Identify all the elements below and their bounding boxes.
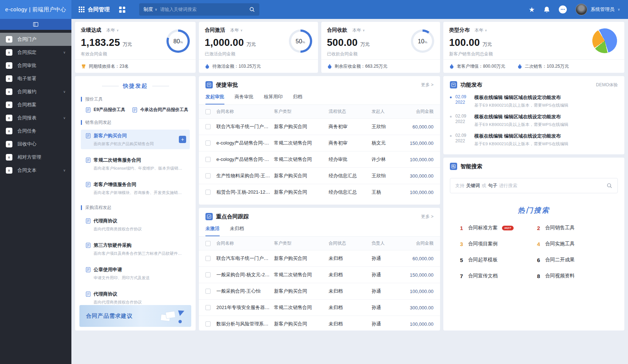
demo-link[interactable]: DEMO体验 (596, 82, 618, 88)
hot-rank: 2 (537, 225, 541, 231)
table-row[interactable]: 数据分析与风险管理系统项目采购合同新客户购买合同未归档孙通100,000.00 (199, 316, 440, 331)
tab-0[interactable]: 发起审批 (205, 94, 224, 104)
quick-tool-link[interactable]: 今承达合同产品报价工具 (132, 107, 188, 113)
hot-search-item[interactable]: 2合同销售工具 (537, 225, 614, 231)
suggestion-banner[interactable]: 合同产品需求建议 (79, 305, 191, 327)
release-item[interactable]: 02.092022模板在线编辑 编辑区域在线设定功能发布基于E9 KB90021… (443, 114, 624, 127)
kpi-title: 合同激活 (205, 27, 225, 33)
period-select[interactable]: 本年∨ (230, 27, 243, 33)
release-item[interactable]: 02.092022模板在线编辑 编辑区域在线设定功能发布基于E9 KB90021… (443, 133, 624, 147)
person: 许少林 (372, 156, 400, 163)
table-row[interactable]: 联合汽车电子统一门户平台购买合同新客户购买合同未归档孙通60,000.00 (199, 250, 440, 266)
period-select[interactable]: 本年∨ (353, 27, 365, 33)
tab-1[interactable]: 未归档 (230, 225, 244, 236)
kpi-card-type-distribution: 类型分布 本年∨ 100.00万元 新客户销售合同总金额 老客户增值：800.0… (443, 22, 624, 73)
hot-search-item[interactable]: 7合同宣传文档 (459, 273, 537, 279)
row-checkbox[interactable] (205, 141, 211, 146)
quick-launch-item[interactable]: 常规二次销售服务合同面向老客户license续约、年度维护、版本升级销售服务合同 (81, 154, 190, 174)
table-row[interactable]: 一般采购合同-王心怡新客户购买合同未归档孙通100,000.00 (199, 283, 440, 299)
collapse-sidebar-icon[interactable] (33, 22, 38, 27)
table-row[interactable]: 生产性物料采购合同-王心怡-2021-12-22新客户购买合同经办信息汇总王欣怡… (199, 167, 440, 184)
kpi-value: 1,183.25 (81, 37, 120, 48)
quick-launch-item[interactable]: 代理商协议面向代理商类授权合作协议 (81, 215, 190, 234)
table-row[interactable]: 一般采购合同-杨文元-2021-10-17常规二次销售合同未归档孙通150,00… (199, 266, 440, 283)
row-checkbox[interactable] (205, 289, 211, 294)
quick-launch-item[interactable]: 代理商协议面向代理商类授权合作协议 (81, 288, 190, 308)
hot-search-item[interactable]: 1合同标准方案HOT (459, 225, 537, 231)
hot-search-item[interactable]: 3合同项目案例 (459, 241, 537, 247)
tab-2[interactable]: 核算用印 (264, 94, 283, 104)
sidebar-item[interactable]: ≡合同拟定∨ (0, 46, 71, 59)
avatar (576, 4, 587, 15)
row-checkbox[interactable] (205, 256, 211, 261)
table-row[interactable]: e-cology产品销售合同-许少林常规二次销售合同经办审批许少林100,000… (199, 151, 440, 167)
row-checkbox[interactable] (205, 305, 211, 310)
sidebar-item[interactable]: ≡相对方管理 (0, 151, 71, 164)
add-button[interactable]: + (179, 136, 186, 143)
sidebar-item[interactable]: ≡回收中心 (0, 138, 71, 151)
sidebar-item[interactable]: ≡合同文本∨ (0, 164, 71, 177)
app-switcher[interactable]: 合同管理 (79, 6, 110, 13)
more-options-icon[interactable]: ••• (559, 5, 567, 13)
release-date: 02.092022 (455, 133, 471, 147)
contract-name: e-cology产品销售合同-杨文元 (216, 140, 274, 146)
apps-icon[interactable] (119, 7, 125, 13)
release-item[interactable]: 02.092022模板在线编辑 编辑区域在线设定功能发布基于E9 KB90021… (443, 94, 624, 108)
tab-3[interactable]: 归档 (293, 94, 302, 104)
row-checkbox[interactable] (205, 321, 211, 327)
hot-search-item[interactable]: 5合同起草模板 (459, 257, 537, 263)
more-link[interactable]: 更多 > (421, 214, 433, 220)
quick-tool-link[interactable]: E9产品报价工具 (85, 107, 125, 113)
search-category-select[interactable]: 制度 ∨ (144, 6, 157, 13)
item-description: 面向老客户license续约、年度维护、版本升级销售服务合同 (94, 166, 185, 171)
section-label: 销售合同发起 (81, 120, 190, 125)
hot-search-item[interactable]: 6合同二开成果 (537, 257, 614, 263)
quick-launch-item[interactable]: 公章使用申请申请文件用印、用印方式及发送 (81, 264, 190, 283)
grid-menu-icon[interactable] (79, 7, 85, 12)
sidebar-item[interactable]: ≡合同审批 (0, 59, 71, 72)
table-row[interactable]: 租赁合同-王杨-2021-12-21新客户购买合同经办信息汇总王杨100,000… (199, 184, 440, 200)
row-checkbox[interactable] (205, 190, 211, 195)
row-checkbox[interactable] (205, 272, 211, 277)
select-all-checkbox[interactable] (205, 241, 211, 246)
sidebar-item[interactable]: ≡合同任务 (0, 124, 71, 138)
row-checkbox[interactable] (205, 124, 211, 129)
row-checkbox[interactable] (205, 173, 211, 178)
quick-launch-item[interactable]: 新客户购买合同面向新客户初次产品购买销售合同+ (81, 130, 190, 149)
hot-search-item[interactable]: 8合同视频资料 (537, 273, 614, 279)
hot-search-item[interactable]: 4合同实施工具 (537, 241, 614, 247)
period-select[interactable]: 本年∨ (106, 27, 119, 33)
release-list: 02.092022模板在线编辑 编辑区域在线设定功能发布基于E9 KB90021… (443, 94, 624, 152)
sidebar-item[interactable]: ≡合同门户 (0, 33, 71, 46)
search-input[interactable] (160, 7, 246, 12)
smart-search-input[interactable]: 支持 关键词 或 句子 进行搜索 (450, 178, 618, 193)
notifications-bell-icon[interactable] (543, 6, 550, 13)
period-select[interactable]: 本年∨ (475, 27, 487, 33)
select-all-checkbox[interactable] (205, 109, 211, 114)
tab-0[interactable]: 未激活 (205, 225, 220, 236)
tab-1[interactable]: 商务审批 (235, 94, 254, 104)
document-icon: ≡ (6, 75, 12, 82)
sidebar-item[interactable]: ≡合同档案 (0, 98, 71, 111)
chevron-down-icon: ∨ (485, 29, 487, 32)
sidebar-item[interactable]: ≡合同报表∨ (0, 111, 71, 124)
search-icon[interactable] (607, 183, 612, 189)
favorites-icon[interactable]: ★ (529, 6, 535, 13)
more-link[interactable]: 更多 > (421, 82, 433, 88)
table-row[interactable]: e-cology产品销售合同-杨文元常规二次销售合同商务初审杨文元150,000… (199, 135, 440, 151)
sidebar-item[interactable]: ≡电子签署 (0, 72, 71, 85)
user-menu[interactable]: 系统管理员 ∨ (576, 4, 620, 15)
kpi-value: 500.00 (327, 37, 358, 48)
quick-launch-item[interactable]: 老客户增值服务合同面向老客户新增模块、咨询服务、开发类实施销售服务合同 (81, 178, 190, 198)
status: 未归档 (329, 255, 372, 262)
table-row[interactable]: 2021年专项安全服务器采购合同常规二次销售合同未归档孙通300,000.00 (199, 299, 440, 316)
customer-type: 新客户购买合同 (274, 123, 329, 130)
row-checkbox[interactable] (205, 157, 211, 162)
customer-type: 常规二次销售合同 (274, 304, 329, 311)
quick-launch-item[interactable]: 第三方软硬件采购面向客户项目及商务合作第三方标准产品软硬件采购合同 (81, 239, 190, 259)
table-row[interactable]: 联合汽车电子统一门户平台购买合同新客户购买合同商务初审王欣怡60,000.00 (199, 118, 440, 135)
search-icon[interactable] (249, 7, 255, 12)
status: 未归档 (329, 321, 372, 327)
money-bag-icon (517, 64, 522, 69)
sidebar-item[interactable]: ≡合同履约∨ (0, 85, 71, 98)
